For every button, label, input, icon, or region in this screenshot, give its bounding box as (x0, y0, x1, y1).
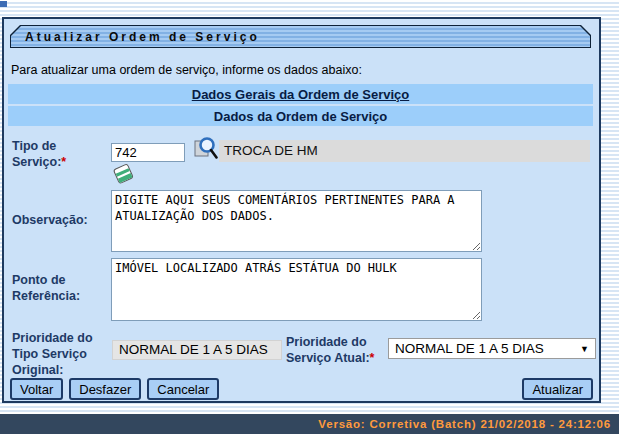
ponto-referencia-textarea[interactable]: IMÓVEL LOCALIZADO ATRÁS ESTÁTUA DO HULK (111, 258, 482, 321)
observacao-textarea[interactable]: DIGITE AQUI SEUS COMENTÁRIOS PERTINENTES… (111, 190, 482, 252)
selected-option: NORMAL DE 1 A 5 DIAS (395, 341, 544, 356)
button-row: Voltar Desfazer Cancelar (10, 378, 219, 400)
general-data-link[interactable]: Dados Gerais da Ordem de Serviço (192, 87, 409, 102)
atualizar-button[interactable]: Atualizar (522, 378, 593, 400)
corner-decoration (0, 1, 7, 7)
prioridade-atual-select[interactable]: NORMAL DE 1 A 5 DIAS ▼ (388, 338, 596, 359)
section-order-data: Dados da Ordem de Serviço (8, 106, 593, 126)
eraser-icon[interactable] (111, 163, 137, 185)
voltar-button[interactable]: Voltar (10, 378, 63, 400)
version-status-bar: Versão: Corretiva (Batch) 21/02/2018 - 2… (0, 414, 619, 434)
panel-title-bar: Atualizar Ordem de Serviço (10, 25, 591, 48)
cancelar-button[interactable]: Cancelar (147, 378, 219, 400)
prioridade-original-label: Prioridade do Tipo Serviço Original: (12, 330, 107, 378)
tipo-servico-description: TROCA DE HM (219, 140, 590, 162)
observacao-label: Observação: (12, 212, 107, 228)
prioridade-atual-label: Prioridade do Serviço Atual:* (286, 334, 394, 366)
tipo-servico-label: Tipo de Serviço:* (12, 138, 102, 170)
ponto-referencia-label: Ponto de Referência: (12, 272, 100, 304)
intro-text: Para atualizar uma ordem de serviço, inf… (11, 63, 362, 77)
chevron-down-icon: ▼ (580, 344, 589, 354)
tipo-servico-code-input[interactable] (111, 143, 185, 162)
section-general-data: Dados Gerais da Ordem de Serviço (8, 84, 593, 104)
panel-title-bar-inner: Atualizar Ordem de Serviço (11, 26, 590, 47)
required-asterisk: * (370, 351, 375, 365)
prioridade-original-value: NORMAL DE 1 A 5 DIAS (112, 340, 282, 360)
magnifier-icon[interactable] (194, 136, 218, 160)
page-title: Atualizar Ordem de Serviço (11, 30, 260, 44)
desfazer-button[interactable]: Desfazer (69, 378, 141, 400)
version-text: Versão: Corretiva (Batch) 21/02/2018 - 2… (318, 418, 611, 430)
update-service-order-panel: Atualizar Ordem de Serviço Para atualiza… (2, 17, 601, 403)
required-asterisk: * (61, 155, 66, 169)
